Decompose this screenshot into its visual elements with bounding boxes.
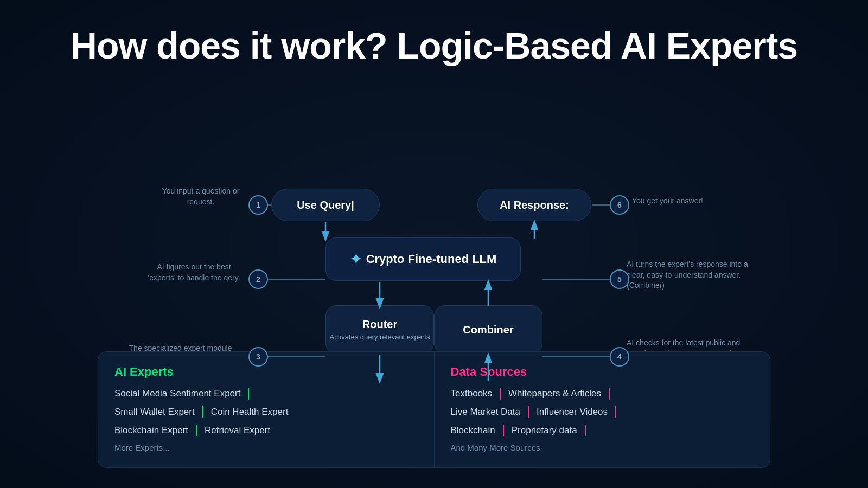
source-row-3: Blockchain Proprietary data xyxy=(451,425,754,436)
separator-pink-1b xyxy=(609,388,610,400)
source-row-2: Live Market Data Influencer Videos xyxy=(451,406,754,418)
live-market-source: Live Market Data xyxy=(451,407,521,418)
expert-row-3: Blockchain Expert Retrieval Expert xyxy=(114,425,418,436)
separator-pink-1 xyxy=(500,388,501,400)
data-sources-panel: Data Sources Textbooks Whitepapers & Art… xyxy=(435,352,770,467)
step-4: 4 xyxy=(610,347,629,367)
social-media-expert: Social Media Sentiment Expert xyxy=(114,388,240,399)
ai-response-node: AI Response: xyxy=(477,189,591,221)
annotation-5: AI turns the expert's response into a cl… xyxy=(627,259,757,291)
step-5: 5 xyxy=(610,269,629,289)
step-6: 6 xyxy=(610,195,629,215)
influencer-videos-source: Influencer Videos xyxy=(537,407,608,418)
diagram-container: 1 2 3 4 5 6 You input a question or requ… xyxy=(0,72,868,484)
source-row-1: Textbooks Whitepapers & Articles xyxy=(451,388,754,400)
proprietary-source: Proprietary data xyxy=(512,425,577,436)
blockchain-source: Blockchain xyxy=(451,425,495,436)
step-2: 2 xyxy=(248,269,268,289)
separator-3 xyxy=(196,425,197,436)
whitepapers-source: Whitepapers & Articles xyxy=(508,388,601,399)
step-3: 3 xyxy=(248,347,268,367)
data-sources-title: Data Sources xyxy=(451,365,754,379)
ai-experts-title: AI Experts xyxy=(114,365,418,379)
separator-1 xyxy=(248,388,249,400)
router-node: Router Activates query relevant experts xyxy=(326,305,434,354)
textbooks-source: Textbooks xyxy=(451,388,493,399)
llm-node: ✦ Crypto Fine-tuned LLM xyxy=(326,237,521,281)
step-1: 1 xyxy=(248,195,268,215)
separator-pink-3b xyxy=(585,425,586,436)
annotation-6: You get your answer! xyxy=(632,196,741,207)
annotation-1: You input a question or request. xyxy=(157,186,244,207)
annotation-2: AI figures out the best 'experts' to han… xyxy=(146,262,241,283)
small-wallet-expert: Small Wallet Expert xyxy=(114,407,195,418)
combiner-node: Combiner xyxy=(434,305,542,354)
expert-row-1: Social Media Sentiment Expert xyxy=(114,388,418,400)
and-more-sources: And Many More Sources xyxy=(451,443,754,452)
blockchain-expert: Blockchain Expert xyxy=(114,425,188,436)
coin-health-expert: Coin Health Expert xyxy=(211,407,289,418)
use-query-node: Use Query| xyxy=(271,189,380,221)
expert-row-2: Small Wallet Expert Coin Health Expert xyxy=(114,406,418,418)
more-experts: More Experts... xyxy=(114,443,418,452)
sparkle-icon: ✦ xyxy=(350,251,362,268)
separator-2 xyxy=(202,406,203,418)
separator-pink-2b xyxy=(615,406,616,418)
bottom-panel: AI Experts Social Media Sentiment Expert… xyxy=(98,351,770,468)
separator-pink-2 xyxy=(528,406,529,418)
ai-experts-panel: AI Experts Social Media Sentiment Expert… xyxy=(98,352,435,467)
page-title: How does it work? Logic-Based AI Experts xyxy=(0,0,868,67)
separator-pink-3 xyxy=(503,425,504,436)
retrieval-expert: Retrieval Expert xyxy=(205,425,270,436)
